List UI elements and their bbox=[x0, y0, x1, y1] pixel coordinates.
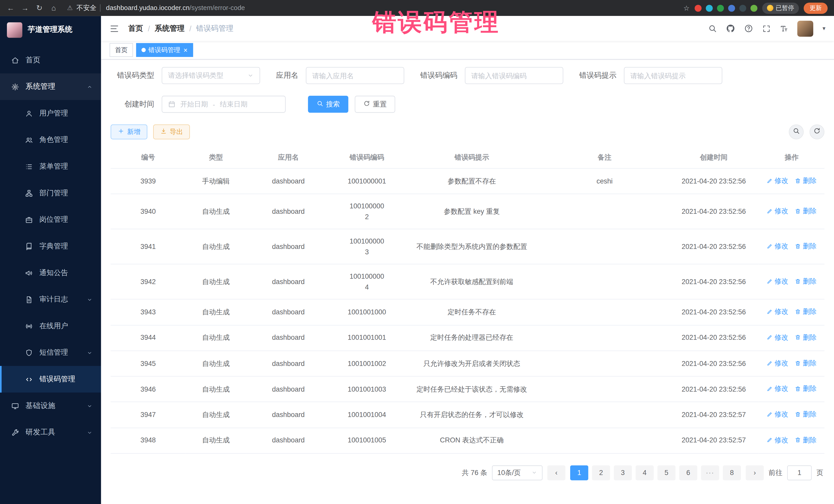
breadcrumb-item[interactable]: 首页 bbox=[128, 24, 143, 33]
next-page-button[interactable]: › bbox=[746, 465, 764, 480]
address-bar[interactable]: ⚠ 不安全 dashboard.yudao.iocoder.cn/system/… bbox=[67, 3, 245, 12]
fontsize-icon[interactable] bbox=[780, 24, 789, 32]
sidebar-item-system[interactable]: 系统管理 bbox=[0, 73, 101, 100]
browser-home-icon[interactable]: ⌂ bbox=[49, 4, 58, 12]
ext-leaf-icon[interactable] bbox=[750, 5, 757, 12]
page-button-2[interactable]: 2 bbox=[592, 465, 610, 480]
sidebar-item-audit-log[interactable]: 审计日志 bbox=[0, 286, 101, 313]
sidebar-item-dev-tools[interactable]: 研发工具 bbox=[0, 419, 101, 446]
cell-code: 1001001003 bbox=[331, 376, 403, 402]
sidebar-item-role[interactable]: 角色管理 bbox=[0, 127, 101, 153]
page-unit-label: 页 bbox=[816, 468, 824, 477]
delete-link[interactable]: 删除 bbox=[795, 384, 816, 394]
sidebar-item-sms[interactable]: 短信管理 bbox=[0, 339, 101, 366]
ext-dark-icon[interactable] bbox=[739, 5, 746, 12]
search-button[interactable]: 搜索 bbox=[308, 96, 349, 113]
edit-link[interactable]: 修改 bbox=[767, 206, 788, 216]
edit-link[interactable]: 修改 bbox=[767, 276, 788, 286]
error-type-select[interactable]: 请选择错误码类型 bbox=[162, 67, 260, 84]
reload-icon[interactable]: ↻ bbox=[35, 4, 44, 12]
page-button-5[interactable]: 5 bbox=[657, 465, 675, 480]
app-name-input[interactable] bbox=[306, 67, 404, 84]
edit-link[interactable]: 修改 bbox=[767, 306, 788, 317]
delete-link[interactable]: 删除 bbox=[795, 241, 816, 251]
edit-link[interactable]: 修改 bbox=[767, 384, 788, 394]
cell-type: 手动编辑 bbox=[185, 168, 246, 194]
delete-link[interactable]: 删除 bbox=[795, 176, 816, 186]
delete-link[interactable]: 删除 bbox=[795, 306, 816, 317]
total-count: 共 76 条 bbox=[462, 468, 487, 477]
create-time-range[interactable]: 开始日期 - 结束日期 bbox=[162, 96, 286, 113]
sidebar-item-menu[interactable]: 菜单管理 bbox=[0, 153, 101, 180]
delete-link[interactable]: 删除 bbox=[795, 206, 816, 216]
page-button-4[interactable]: 4 bbox=[636, 465, 654, 480]
screen: ← → ↻ ⌂ ⚠ 不安全 dashboard.yudao.iocoder.cn… bbox=[0, 0, 834, 504]
chrome-update-button[interactable]: 更新 bbox=[804, 2, 828, 14]
edit-link[interactable]: 修改 bbox=[767, 435, 788, 445]
delete-link[interactable]: 删除 bbox=[795, 435, 816, 445]
ext-cyan-icon[interactable] bbox=[705, 5, 712, 12]
edit-icon bbox=[767, 308, 773, 315]
profile-paused-badge[interactable]: 已暂停 bbox=[762, 2, 799, 14]
page-button-1[interactable]: 1 bbox=[570, 465, 588, 480]
export-button[interactable]: 导出 bbox=[153, 125, 190, 139]
delete-link[interactable]: 删除 bbox=[795, 358, 816, 368]
fullscreen-icon[interactable] bbox=[762, 24, 771, 32]
pagination: 共 76 条 10条/页 ‹ 123456···8 › 前往 页 bbox=[112, 465, 823, 491]
prev-page-button[interactable]: ‹ bbox=[547, 465, 565, 480]
ext-green-icon[interactable] bbox=[717, 5, 724, 12]
ext-red-icon[interactable] bbox=[695, 5, 701, 12]
bookmark-star-icon[interactable]: ☆ bbox=[683, 4, 689, 12]
profile-avatar-icon bbox=[767, 5, 773, 11]
breadcrumb-item[interactable]: 系统管理 bbox=[155, 24, 184, 33]
cell-hint: 定时任务不存在 bbox=[403, 299, 540, 325]
view-tab-0[interactable]: 首页 bbox=[110, 43, 133, 57]
close-icon[interactable]: × bbox=[183, 46, 188, 53]
error-hint-input[interactable] bbox=[624, 67, 722, 84]
add-button[interactable]: 新增 bbox=[111, 125, 147, 139]
page-size-select[interactable]: 10条/页 bbox=[492, 465, 543, 480]
sidebar-item-home[interactable]: 首页 bbox=[0, 47, 101, 73]
sidebar-item-notice[interactable]: 通知公告 bbox=[0, 259, 101, 286]
page-button-6[interactable]: 6 bbox=[679, 465, 697, 480]
ext-blue-icon[interactable] bbox=[728, 5, 735, 12]
delete-link[interactable]: 删除 bbox=[795, 409, 816, 419]
url-host: dashboard.yudao.iocoder.cn bbox=[106, 4, 190, 12]
sidebar-item-dept[interactable]: 部门管理 bbox=[0, 180, 101, 206]
sidebar-item-error-code[interactable]: 错误码管理 bbox=[0, 366, 101, 393]
edit-link[interactable]: 修改 bbox=[767, 241, 788, 251]
edit-link[interactable]: 修改 bbox=[767, 358, 788, 368]
user-avatar[interactable] bbox=[797, 21, 813, 37]
error-code-label: 错误码编码 bbox=[420, 71, 457, 80]
sidebar-logo[interactable]: 芋道管理系统 bbox=[0, 16, 101, 44]
refresh-table-button[interactable] bbox=[810, 125, 825, 139]
page-button-3[interactable]: 3 bbox=[614, 465, 632, 480]
reset-button[interactable]: 重置 bbox=[355, 96, 395, 113]
sidebar-item-post[interactable]: 岗位管理 bbox=[0, 206, 101, 233]
edit-link[interactable]: 修改 bbox=[767, 176, 788, 186]
delete-link[interactable]: 删除 bbox=[795, 276, 816, 286]
hamburger-icon[interactable] bbox=[110, 24, 119, 33]
back-icon[interactable]: ← bbox=[6, 4, 15, 12]
page-ellipsis[interactable]: ··· bbox=[701, 465, 719, 480]
caret-down-icon[interactable]: ▾ bbox=[822, 25, 825, 32]
sidebar-item-dict[interactable]: 字典管理 bbox=[0, 233, 101, 260]
main-area: 首页/系统管理/错误码管理 ▾ 首页错误码管理× 错误码类型 bbox=[101, 16, 834, 504]
question-icon[interactable] bbox=[744, 24, 753, 33]
view-tab-1[interactable]: 错误码管理× bbox=[136, 43, 193, 57]
cell-code: 1001000001 bbox=[331, 168, 403, 194]
forward-icon[interactable]: → bbox=[21, 4, 29, 12]
goto-page-input[interactable] bbox=[787, 465, 812, 480]
toggle-search-button[interactable] bbox=[789, 125, 804, 139]
edit-link[interactable]: 修改 bbox=[767, 332, 788, 342]
sidebar-item-user[interactable]: 用户管理 bbox=[0, 100, 101, 127]
page-button-8[interactable]: 8 bbox=[723, 465, 741, 480]
github-icon[interactable] bbox=[726, 24, 735, 33]
delete-link[interactable]: 删除 bbox=[795, 332, 816, 342]
error-code-input[interactable] bbox=[465, 67, 563, 84]
search-icon[interactable] bbox=[708, 24, 717, 33]
cell-app: dashboard bbox=[246, 402, 331, 428]
sidebar-item-online-user[interactable]: 在线用户 bbox=[0, 313, 101, 339]
sidebar-item-infra[interactable]: 基础设施 bbox=[0, 393, 101, 419]
edit-link[interactable]: 修改 bbox=[767, 409, 788, 419]
